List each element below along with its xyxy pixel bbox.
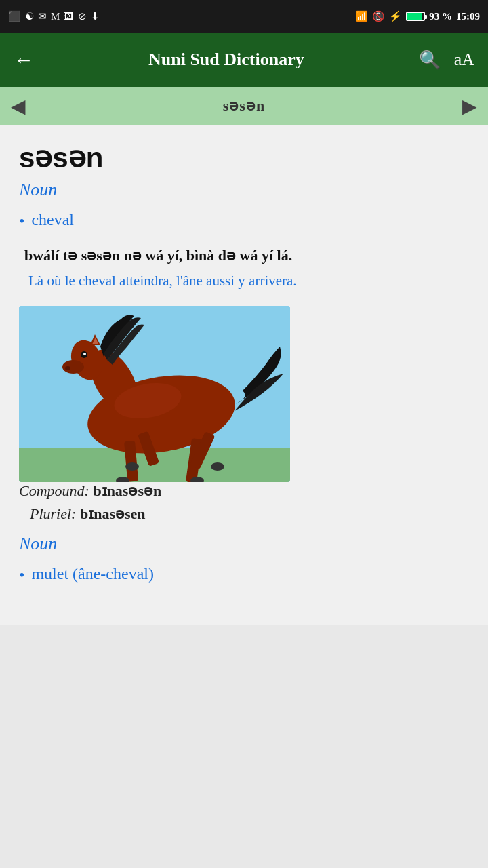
compound-line: Compound: bɪnasəsən	[19, 482, 469, 500]
definition-list-2: • mulet (âne-cheval)	[19, 565, 469, 585]
definition-list-1: • cheval	[19, 211, 469, 231]
svg-point-8	[65, 366, 70, 370]
definition-1-1: cheval	[31, 211, 74, 229]
app-bar-title: Nuni Sud Dictionary	[47, 50, 405, 70]
battery-icon	[406, 12, 425, 21]
example-french: Là où le cheval atteindra, l'âne aussi y…	[19, 271, 469, 292]
pos-label-1: Noun	[19, 180, 469, 200]
headword: səsən	[19, 141, 469, 174]
pluriel-value: bɪnasəsen	[80, 505, 146, 522]
content-area: səsən Noun • cheval bwálí tə səsən nə wá…	[0, 125, 488, 625]
next-entry-button[interactable]: ▶	[462, 95, 477, 117]
compound-section: Compound: bɪnasəsən Pluriel: bɪnasəsen	[19, 482, 469, 523]
nav-word: səsən	[223, 97, 265, 115]
wifi-icon: 📶	[355, 10, 368, 22]
svg-point-7	[83, 353, 86, 355]
download-icon: ⬇	[91, 10, 100, 22]
example-block: bwálí tə səsən nə wá yí, bìnà də wá yí l…	[19, 244, 469, 292]
gmail-icon: M	[51, 11, 60, 22]
sim-icon: 📵	[372, 10, 385, 22]
app-icon-1: ☯	[25, 10, 34, 22]
lightning-icon: ⚡	[389, 10, 402, 22]
pluriel-label: Pluriel:	[30, 505, 76, 522]
nav-bar: ◀ səsən ▶	[0, 87, 488, 125]
svg-point-14	[125, 462, 139, 471]
settings-icon: ⬛	[8, 10, 21, 22]
svg-point-18	[211, 462, 224, 471]
battery-percent: 93 %	[429, 11, 452, 22]
prev-entry-button[interactable]: ◀	[11, 95, 26, 117]
compound-value: bɪnasəsən	[93, 482, 161, 499]
pluriel-line: Pluriel: bɪnasəsen	[19, 505, 469, 523]
example-nuni: bwálí tə səsən nə wá yí, bìnà də wá yí l…	[19, 244, 469, 267]
svg-point-5	[62, 360, 84, 374]
search-button[interactable]: 🔍	[419, 50, 441, 71]
list-item: • cheval	[19, 211, 469, 231]
pos-label-2: Noun	[19, 534, 469, 554]
block-icon: ⊘	[78, 10, 87, 22]
bullet-1: •	[19, 212, 24, 231]
bullet-2: •	[19, 566, 24, 585]
back-button[interactable]: ←	[14, 48, 34, 71]
status-bar: ⬛ ☯ ✉ M 🖼 ⊘ ⬇ 📶 📵 ⚡ 93 % 15:09	[0, 0, 488, 33]
clock: 15:09	[456, 11, 480, 22]
definition-2-1: mulet (âne-cheval)	[31, 565, 154, 583]
compound-label: Compound:	[19, 482, 89, 499]
app-bar: ← Nuni Sud Dictionary 🔍 aA	[0, 33, 488, 87]
email-icon: ✉	[38, 10, 47, 22]
gallery-icon: 🖼	[64, 11, 74, 22]
status-icons-right: 📶 📵 ⚡ 93 % 15:09	[355, 10, 480, 22]
list-item: • mulet (âne-cheval)	[19, 565, 469, 585]
status-icons-left: ⬛ ☯ ✉ M 🖼 ⊘ ⬇	[8, 10, 100, 22]
font-size-button[interactable]: aA	[454, 50, 474, 70]
horse-image	[19, 306, 290, 482]
